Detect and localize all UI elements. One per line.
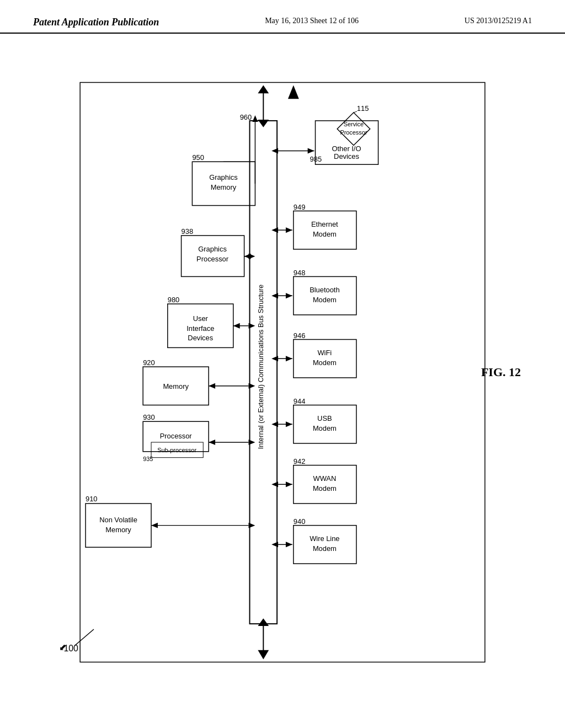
- svg-marker-5: [209, 440, 215, 445]
- ref-948: 948: [294, 269, 305, 277]
- ref-946: 946: [294, 331, 305, 340]
- svg-marker-11: [244, 254, 251, 259]
- bottom-arrow-head: [258, 650, 269, 660]
- svg-marker-3: [151, 523, 158, 528]
- svg-marker-17: [286, 481, 292, 487]
- top-arrow: [288, 85, 299, 99]
- label-944-2: Modem: [313, 424, 337, 432]
- svg-marker-16: [271, 481, 278, 487]
- label-980-2: Interface: [186, 324, 214, 333]
- label-980-1: User: [193, 314, 209, 323]
- label-980-3: Devices: [188, 334, 213, 342]
- label-946-1: WiFi: [317, 349, 332, 357]
- label-985-2: Devices: [334, 152, 359, 160]
- label-985-1: Other I/O: [332, 144, 361, 153]
- svg-marker-19: [286, 421, 292, 427]
- svg-marker-12: [252, 115, 258, 122]
- diagram-area: FIG. 12 100 ⬋ Internal (or External) Com…: [33, 50, 532, 695]
- label-946-2: Modem: [313, 358, 337, 367]
- label-910-1: Non Volatile: [99, 516, 137, 524]
- label-910-2: Memory: [105, 526, 131, 534]
- svg-marker-15: [286, 542, 292, 547]
- label-944-1: USB: [317, 414, 332, 422]
- svg-marker-14: [271, 542, 278, 547]
- label-938-1: Graphics: [198, 245, 227, 253]
- header-right-text: US 2013/0125219 A1: [465, 17, 532, 25]
- svg-marker-24: [271, 227, 278, 233]
- svg-marker-2: [249, 523, 255, 528]
- ref-980: 980: [168, 296, 179, 304]
- svg-marker-4: [249, 440, 255, 445]
- label-950-1: Graphics: [209, 173, 238, 181]
- svg-marker-22: [271, 293, 278, 298]
- label-938-2: Processor: [196, 255, 229, 263]
- svg-marker-20: [271, 356, 278, 361]
- svg-marker-21: [286, 356, 292, 361]
- svg-line-0: [74, 629, 94, 646]
- svg-marker-28: [308, 148, 315, 153]
- svg-marker-18: [271, 421, 278, 427]
- top-arrow-head: [258, 85, 269, 93]
- ref-920: 920: [143, 358, 154, 367]
- bus-ref: 960: [240, 113, 252, 121]
- ref-938: 938: [182, 227, 193, 235]
- page: Patent Application Publication May 16, 2…: [0, 0, 565, 728]
- diagram-svg: 100 ⬋ Internal (or External) Communicati…: [33, 50, 532, 695]
- label-115-1: Service: [344, 121, 364, 127]
- svg-marker-23: [286, 293, 292, 298]
- svg-marker-27: [271, 148, 278, 153]
- svg-marker-6: [249, 383, 255, 389]
- ref-942: 942: [294, 457, 305, 465]
- ref-935: 935: [143, 456, 153, 462]
- bus-label: Internal (or External) Communications Bu…: [257, 285, 265, 449]
- ref-949: 949: [294, 203, 305, 211]
- svg-marker-8: [249, 323, 255, 329]
- label-930: Processor: [160, 432, 193, 440]
- ref-930: 930: [143, 413, 154, 421]
- label-950-2: Memory: [211, 183, 237, 191]
- label-920: Memory: [163, 382, 189, 390]
- bottom-arrow-head2: [258, 618, 269, 626]
- label-948-2: Modem: [313, 296, 337, 304]
- svg-marker-9: [233, 323, 240, 329]
- label-949-2: Modem: [313, 230, 337, 238]
- label-115-2: Processor: [340, 129, 367, 136]
- label-940-1: Wire Line: [310, 534, 339, 543]
- label-940-2: Modem: [313, 544, 337, 553]
- svg-marker-25: [286, 227, 292, 233]
- svg-marker-7: [209, 383, 215, 389]
- header: Patent Application Publication May 16, 2…: [0, 0, 565, 34]
- ref-910: 910: [86, 495, 97, 503]
- label-935: Sub-processor: [157, 447, 196, 453]
- header-left-text: Patent Application Publication: [33, 17, 159, 28]
- label-948-1: Bluetooth: [310, 286, 339, 294]
- ref-985: 985: [310, 155, 322, 163]
- svg-text:⬋: ⬋: [59, 643, 66, 652]
- header-center-text: May 16, 2013 Sheet 12 of 106: [265, 17, 359, 25]
- ref-115: 115: [357, 104, 369, 113]
- outer-rect: [80, 82, 485, 662]
- ref-944: 944: [294, 397, 305, 405]
- ref-940: 940: [294, 517, 305, 526]
- ref-950: 950: [192, 153, 204, 162]
- label-942-2: Modem: [313, 484, 337, 493]
- label-949-1: Ethernet: [311, 220, 338, 228]
- label-942-1: WWAN: [313, 474, 336, 483]
- top-arrow-head2: [258, 120, 269, 127]
